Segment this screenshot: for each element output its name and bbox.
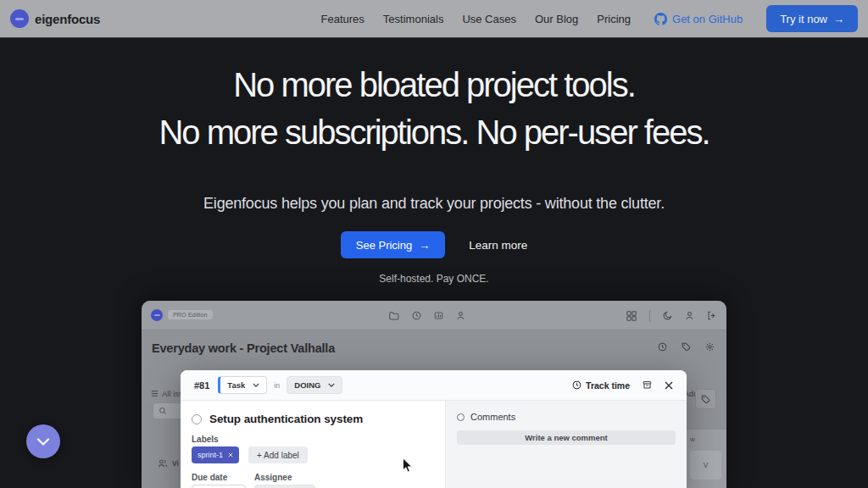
issue-modal-actions: Track time xyxy=(572,380,673,391)
task-status-circle[interactable] xyxy=(192,414,202,424)
github-link-label: Get on GitHub xyxy=(672,13,743,25)
labels-filter-button[interactable] xyxy=(695,389,716,409)
comments-panel: Comments Write a new comment xyxy=(445,401,687,488)
logout-icon[interactable] xyxy=(707,311,716,320)
apps-grid-icon[interactable] xyxy=(626,311,637,321)
learn-more-link[interactable]: Learn more xyxy=(469,239,527,252)
hero-subtitle: Eigenfocus helps you plan and track your… xyxy=(0,195,868,213)
github-link[interactable]: Get on GitHub xyxy=(654,13,743,25)
partial-card-text: V xyxy=(704,461,709,469)
app-topbar-center-icons xyxy=(389,301,465,330)
project-header-icons xyxy=(658,342,715,352)
label-chip-text: sprint-1 xyxy=(198,451,223,459)
topbar-divider xyxy=(649,310,650,322)
in-label: in xyxy=(274,381,280,390)
issue-modal-header: #81 Task in DOING Track time xyxy=(181,370,687,401)
brand[interactable]: eigenfocus xyxy=(10,9,100,28)
arrow-right-icon: → xyxy=(419,239,430,252)
issue-status-value: DOING xyxy=(294,380,320,390)
hero-heading-line1: No more bloated project tools. xyxy=(0,61,868,108)
write-comment-button[interactable]: Write a new comment xyxy=(457,430,676,445)
label-chip-sprint-1[interactable]: sprint-1 xyxy=(192,446,239,463)
app-topbar-right-icons xyxy=(626,301,716,330)
close-icon[interactable] xyxy=(665,381,673,390)
archive-icon[interactable] xyxy=(643,380,652,390)
nav-item-features[interactable]: Features xyxy=(321,13,364,25)
profile-icon[interactable] xyxy=(685,311,694,320)
arrow-right-icon: → xyxy=(833,13,844,25)
time-tracking-icon[interactable] xyxy=(412,311,421,320)
app-preview-screenshot: PRO Edition Everyday work - Project Valh… xyxy=(142,301,726,488)
try-it-now-button[interactable]: Try it now → xyxy=(766,5,858,32)
nav-item-our-blog[interactable]: Our Blog xyxy=(535,13,578,25)
site-header: eigenfocus Features Testimonials Use Cas… xyxy=(0,0,868,38)
track-time-label: Track time xyxy=(586,380,630,391)
hero-cta-row: See Pricing → Learn more xyxy=(0,231,868,258)
github-icon xyxy=(654,13,667,25)
partial-text: Vi xyxy=(172,459,179,468)
hero-section: No more bloated project tools. No more s… xyxy=(0,39,868,285)
gear-icon[interactable] xyxy=(705,342,715,352)
hero-heading-line2: No more subscriptions. No per-user fees. xyxy=(0,108,868,156)
brand-name: eigenfocus xyxy=(35,12,100,26)
hero-note: Self-hosted. Pay ONCE. xyxy=(0,273,868,285)
board-partial-card: w V xyxy=(685,430,726,488)
projects-folder-icon[interactable] xyxy=(389,311,399,320)
task-title: Setup authentication system xyxy=(209,413,363,425)
see-pricing-button[interactable]: See Pricing → xyxy=(341,231,445,258)
pro-edition-badge: PRO Edition xyxy=(168,310,213,319)
people-icon xyxy=(158,458,168,469)
labels-chip-row: sprint-1 + Add label xyxy=(192,446,308,463)
chevron-down-icon xyxy=(253,383,259,387)
partial-card-text: w xyxy=(690,435,695,443)
board-partial-inner-card: V xyxy=(690,451,721,480)
dark-mode-moon-icon[interactable] xyxy=(663,311,672,320)
app-topbar: PRO Edition xyxy=(142,301,726,330)
due-date-label: Due date xyxy=(192,473,227,482)
nav-item-pricing[interactable]: Pricing xyxy=(597,13,631,25)
issue-modal: #81 Task in DOING Track time xyxy=(181,370,687,488)
clock-icon xyxy=(572,380,581,390)
task-title-row: Setup authentication system xyxy=(192,413,363,425)
tags-icon xyxy=(701,395,710,404)
app-logo-icon xyxy=(151,309,163,321)
assignee-select[interactable] xyxy=(254,485,315,488)
track-time-button[interactable]: Track time xyxy=(572,380,630,391)
clock-icon[interactable] xyxy=(658,342,667,352)
issue-type-select[interactable]: Task xyxy=(218,376,267,394)
add-label-button[interactable]: + Add label xyxy=(248,446,308,463)
labels-section-label: Labels xyxy=(192,435,219,444)
comments-title: Comments xyxy=(470,412,515,422)
tags-icon[interactable] xyxy=(682,342,691,352)
remove-label-icon[interactable] xyxy=(228,452,233,458)
list-icon xyxy=(151,390,159,397)
issue-status-select[interactable]: DOING xyxy=(287,376,342,394)
brand-logo-icon xyxy=(10,9,29,28)
reports-chart-icon[interactable] xyxy=(434,311,443,320)
comments-header: Comments xyxy=(457,412,515,422)
board-partial-left: Vi xyxy=(158,458,179,469)
issue-type-value: Task xyxy=(227,380,245,390)
search-icon xyxy=(159,407,167,415)
assignee-label: Assignee xyxy=(254,473,292,482)
nav-item-use-cases[interactable]: Use Cases xyxy=(462,13,516,25)
try-it-now-label: Try it now xyxy=(780,13,827,25)
issue-details-panel: Setup authentication system Labels sprin… xyxy=(181,401,445,488)
header-nav: Features Testimonials Use Cases Our Blog… xyxy=(321,5,858,32)
user-icon[interactable] xyxy=(456,311,465,320)
page: eigenfocus Features Testimonials Use Cas… xyxy=(0,0,868,488)
scroll-down-button[interactable] xyxy=(26,424,60,458)
nav-item-testimonials[interactable]: Testimonials xyxy=(383,13,444,25)
see-pricing-label: See Pricing xyxy=(356,239,412,252)
chevron-down-icon xyxy=(36,438,50,446)
due-date-input[interactable] xyxy=(192,485,246,488)
project-title: Everyday work - Project Valhalla xyxy=(152,341,335,355)
hero-heading: No more bloated project tools. No more s… xyxy=(0,61,868,156)
comments-circle-icon xyxy=(457,413,465,421)
issue-number: #81 xyxy=(194,380,209,391)
chevron-down-icon xyxy=(328,383,335,387)
